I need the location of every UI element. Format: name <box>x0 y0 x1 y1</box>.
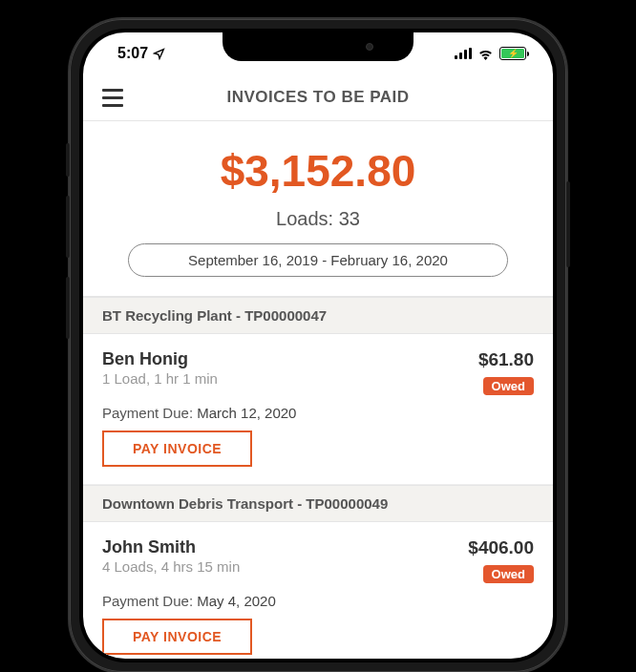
invoice-group-header: Downtown Debris Transport - TP00000049 <box>83 485 553 522</box>
due-label: Payment Due: <box>102 405 193 421</box>
status-badge: Owed <box>483 377 534 395</box>
status-time: 5:07 <box>117 45 148 62</box>
invoice-card[interactable]: Ben Honig 1 Load, 1 hr 1 min $61.80 Owed… <box>83 334 553 485</box>
loads-summary: Loads: 33 <box>102 208 534 230</box>
phone-frame: 5:07 <box>70 19 566 672</box>
cellular-signal-icon <box>455 48 472 59</box>
invoice-amount: $406.00 <box>468 537 534 558</box>
summary-section: $3,152.80 Loads: 33 September 16, 2019 -… <box>83 121 553 297</box>
pay-invoice-button[interactable]: PAY INVOICE <box>102 619 252 655</box>
due-date: May 4, 2020 <box>197 593 276 609</box>
due-date: March 12, 2020 <box>197 405 296 421</box>
wifi-icon <box>477 48 494 60</box>
loads-label: Loads: <box>276 208 333 229</box>
status-badge: Owed <box>483 565 534 583</box>
invoice-amount: $61.80 <box>478 349 534 370</box>
invoice-group-header: BT Recycling Plant - TP00000047 <box>83 297 553 334</box>
invoice-detail: 1 Load, 1 hr 1 min <box>102 370 218 387</box>
invoice-detail: 4 Loads, 4 hrs 15 min <box>102 558 240 575</box>
invoice-card[interactable]: John Smith 4 Loads, 4 hrs 15 min $406.00… <box>83 522 553 659</box>
due-label: Payment Due: <box>102 593 193 609</box>
invoice-name: John Smith <box>102 537 240 557</box>
location-arrow-icon <box>153 48 165 60</box>
phone-notch <box>223 32 413 61</box>
payment-due: Payment Due: May 4, 2020 <box>102 593 534 609</box>
loads-count: 33 <box>339 208 360 229</box>
app-header: INVOICES TO BE PAID <box>83 74 553 121</box>
total-amount: $3,152.80 <box>102 145 534 197</box>
date-range-picker[interactable]: September 16, 2019 - February 16, 2020 <box>128 243 508 277</box>
page-title: INVOICES TO BE PAID <box>102 88 534 107</box>
menu-icon[interactable] <box>102 89 123 107</box>
payment-due: Payment Due: March 12, 2020 <box>102 405 534 421</box>
pay-invoice-button[interactable]: PAY INVOICE <box>102 430 252 467</box>
battery-icon: ⚡ <box>499 47 526 60</box>
invoice-name: Ben Honig <box>102 349 218 369</box>
